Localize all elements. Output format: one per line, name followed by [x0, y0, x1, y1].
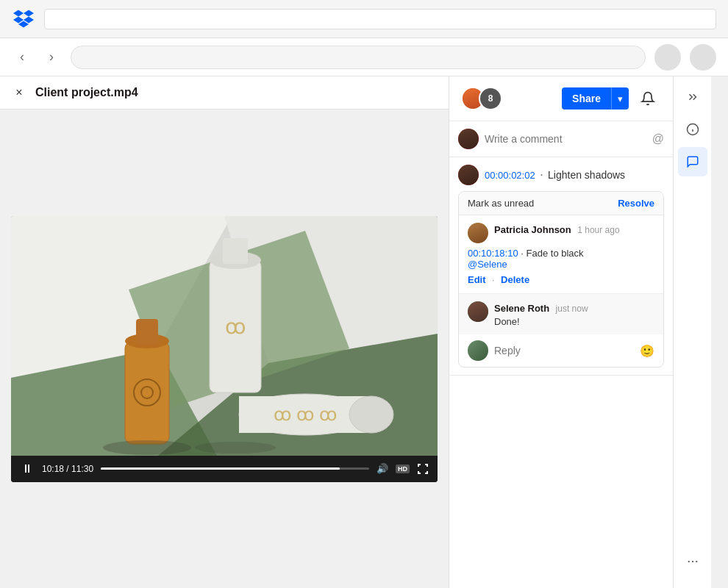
- comment-header: 8 Share ▾: [449, 76, 673, 121]
- commenter-avatar: [458, 165, 479, 185]
- video-title: Client project.mp4: [35, 86, 138, 99]
- share-dropdown-button[interactable]: ▾: [611, 87, 629, 110]
- settings-button[interactable]: HD: [396, 465, 410, 473]
- reply-input[interactable]: [494, 345, 634, 356]
- browser-bar: [0, 0, 728, 38]
- share-button[interactable]: Share: [562, 87, 611, 110]
- delete-button[interactable]: Delete: [501, 274, 529, 285]
- at-mention-button[interactable]: @: [652, 132, 664, 146]
- video-header: × Client project.mp4: [0, 76, 449, 110]
- comment-input-avatar: [458, 129, 479, 149]
- main-content: × Client project.mp4: [0, 76, 728, 588]
- thread-body: 00:10:18:10 · Fade to black: [468, 248, 654, 259]
- svg-rect-12: [136, 319, 158, 345]
- thread-reply-row: Selene Roth just now Done!: [468, 301, 654, 327]
- thread-header: Mark as unread Resolve: [459, 192, 663, 215]
- avatar-group: 8: [461, 87, 502, 110]
- thread-comment-meta: Patricia Johnson 1 hour ago: [494, 223, 620, 236]
- info-icon: [686, 123, 699, 136]
- share-btn-group: Share ▾: [562, 87, 629, 110]
- thread-timestamp-link[interactable]: 00:10:18:10: [468, 248, 518, 259]
- comment-text: Lighten shadows: [548, 169, 625, 181]
- video-scene-svg: ꝏ ꝏ: [11, 216, 438, 456]
- svg-text:ꝏ ꝏ ꝏ: ꝏ ꝏ ꝏ: [274, 404, 336, 424]
- svg-text:ꝏ: ꝏ: [225, 315, 246, 338]
- reply-input-area: 🙂: [459, 334, 663, 367]
- url-bar[interactable]: [71, 46, 646, 69]
- nav-menu-button[interactable]: [690, 44, 716, 71]
- fullscreen-icon: [417, 463, 429, 475]
- browser-address-bar[interactable]: [44, 9, 716, 29]
- thread-author: Patricia Johnson: [494, 224, 571, 235]
- comment-content: 00:00:02:02 · Lighten shadows: [485, 168, 625, 182]
- thread-actions: Edit · Delete: [468, 273, 654, 286]
- video-container: ꝏ ꝏ: [0, 110, 449, 588]
- svg-point-19: [103, 440, 191, 455]
- mark-unread-label: Mark as unread: [468, 198, 534, 209]
- video-wrapper: ꝏ ꝏ: [11, 216, 438, 482]
- comment-input-area: @: [449, 121, 673, 157]
- svg-point-20: [195, 442, 276, 453]
- profile-avatar[interactable]: [654, 44, 681, 71]
- thread-comment-header: Patricia Johnson 1 hour ago: [468, 223, 654, 243]
- reply-author: Selene Roth: [494, 303, 549, 314]
- more-options-button[interactable]: [678, 547, 707, 576]
- fullscreen-button[interactable]: [417, 463, 429, 475]
- collapse-icon: [686, 90, 699, 104]
- play-pause-button[interactable]: ⏸: [20, 462, 35, 476]
- close-button[interactable]: ×: [12, 85, 26, 100]
- thread-comment: Patricia Johnson 1 hour ago 00:10:18:10 …: [459, 215, 663, 294]
- video-controls: ⏸ 10:18 / 11:30 🔊 HD: [11, 456, 438, 482]
- back-button[interactable]: ‹: [12, 47, 32, 68]
- video-scene: ꝏ ꝏ: [11, 216, 438, 456]
- dropbox-logo: [12, 7, 35, 31]
- nav-bar: ‹ ›: [0, 38, 728, 76]
- svg-point-17: [349, 396, 393, 433]
- collapse-panel-button[interactable]: [678, 82, 707, 112]
- comment-row: 00:00:02:02 · Lighten shadows: [458, 165, 664, 185]
- reply-emoji-button[interactable]: 🙂: [640, 344, 654, 358]
- comments-icon: [686, 155, 699, 168]
- volume-button[interactable]: 🔊: [377, 463, 388, 474]
- svg-point-24: [688, 561, 689, 562]
- comment-input[interactable]: [485, 133, 646, 145]
- thread-reply: Selene Roth just now Done!: [459, 294, 663, 334]
- notification-bell-button[interactable]: [635, 85, 661, 112]
- right-sidebar: [673, 76, 711, 588]
- resolve-button[interactable]: Resolve: [618, 198, 654, 209]
- video-panel: × Client project.mp4: [0, 76, 449, 588]
- comments-panel-button[interactable]: [678, 147, 707, 176]
- edit-button[interactable]: Edit: [468, 274, 486, 285]
- reply-input-avatar: [468, 340, 488, 361]
- svg-point-26: [696, 561, 697, 562]
- reply-content: Selene Roth just now Done!: [494, 301, 654, 327]
- reply-time: just now: [556, 304, 588, 314]
- thread-box: Mark as unread Resolve Patricia Johnson …: [458, 191, 664, 368]
- comment-panel: 8 Share ▾ @: [449, 76, 673, 588]
- svg-rect-8: [223, 238, 248, 264]
- forward-button[interactable]: ›: [41, 47, 62, 68]
- hd-badge: HD: [396, 465, 410, 473]
- svg-point-25: [691, 561, 693, 562]
- time-display: 10:18 / 11:30: [42, 464, 93, 474]
- reply-text: Done!: [494, 316, 654, 327]
- more-icon: [686, 555, 699, 568]
- thread-commenter-avatar: [468, 223, 488, 243]
- svg-rect-10: [125, 341, 169, 444]
- first-comment-section: 00:00:02:02 · Lighten shadows Mark as un…: [449, 157, 673, 376]
- info-button[interactable]: [678, 115, 707, 144]
- avatar-count: 8: [479, 87, 502, 110]
- progress-fill: [101, 467, 340, 470]
- timestamp-link[interactable]: 00:00:02:02: [485, 170, 535, 181]
- thread-time: 1 hour ago: [577, 225, 619, 235]
- bell-icon: [640, 91, 655, 106]
- thread-mention: @Selene: [468, 259, 654, 270]
- progress-bar[interactable]: [101, 467, 369, 470]
- video-frame[interactable]: ꝏ ꝏ: [11, 216, 438, 456]
- reply-avatar: [468, 301, 488, 322]
